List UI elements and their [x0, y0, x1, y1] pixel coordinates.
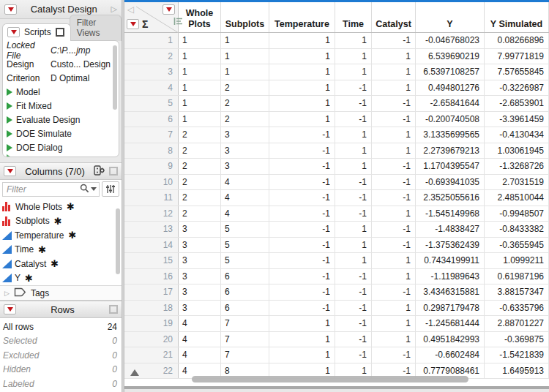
table-cell[interactable]: -1.245681444 — [416, 316, 485, 331]
table-cell[interactable]: 6 — [221, 284, 269, 300]
table-cell[interactable]: 1 — [269, 64, 335, 80]
table-cell[interactable]: -3.3961459 — [485, 112, 549, 127]
table-cell[interactable]: 2.48510044 — [485, 190, 549, 206]
table-cell[interactable]: 1 — [179, 49, 221, 64]
row-number[interactable]: 17 — [124, 284, 179, 300]
table-cell[interactable]: 5 — [221, 238, 269, 253]
table-cell[interactable]: -1 — [335, 347, 372, 363]
script-item[interactable]: DOE Dialog — [7, 140, 111, 154]
row-number[interactable]: 11 — [124, 190, 179, 206]
table-cell[interactable]: -1 — [269, 159, 335, 174]
table-cell[interactable]: 3 — [179, 222, 221, 237]
scripts-checkbox[interactable] — [56, 28, 64, 37]
row-number[interactable]: 12 — [124, 206, 179, 222]
table-cell[interactable]: -1 — [269, 238, 335, 253]
table-cell[interactable]: 0.494801276 — [416, 80, 485, 96]
table-cell[interactable]: -1 — [269, 175, 335, 190]
table-cell[interactable]: 1 — [335, 127, 372, 143]
columns-panel-toggle[interactable] — [109, 167, 118, 176]
table-cell[interactable]: 1 — [372, 80, 416, 96]
script-property-row[interactable]: Locked FileC:\P....jmp — [7, 43, 111, 57]
column-header[interactable]: Whole Plots — [179, 2, 221, 32]
table-cell[interactable]: 1 — [269, 33, 335, 48]
table-cell[interactable]: 3 — [221, 127, 269, 143]
table-cell[interactable]: 0.4951842993 — [416, 332, 485, 347]
table-cell[interactable]: 7 — [221, 332, 269, 347]
table-cell[interactable]: -1 — [335, 332, 372, 347]
table-cell[interactable]: 2 — [221, 96, 269, 111]
table-cell[interactable]: 3 — [179, 284, 221, 300]
row-number[interactable]: 10 — [124, 175, 179, 190]
table-cell[interactable]: 3 — [179, 253, 221, 268]
column-list-item[interactable]: Catalyst✱ — [2, 257, 114, 271]
column-list-item[interactable]: Y✱ — [2, 271, 114, 286]
row-number[interactable]: 1 — [124, 33, 179, 48]
row-number[interactable]: 6 — [124, 112, 179, 127]
table-cell[interactable]: 4 — [179, 347, 221, 363]
column-header[interactable]: Y — [416, 2, 485, 32]
table-cell[interactable]: 1 — [372, 127, 416, 143]
table-cell[interactable]: 7 — [221, 347, 269, 363]
table-cell[interactable]: -1 — [269, 190, 335, 206]
row-stat[interactable]: Selected0 — [3, 334, 117, 349]
table-cell[interactable]: 6 — [221, 269, 269, 284]
table-cell[interactable]: -1.545149968 — [416, 206, 485, 222]
column-list-item[interactable]: Temperature✱ — [2, 228, 114, 243]
table-cell[interactable]: 1 — [335, 222, 372, 237]
row-number[interactable]: 16 — [124, 269, 179, 284]
table-cell[interactable]: 6.5397108257 — [416, 64, 485, 80]
table-cell[interactable]: -0.046768023 — [416, 33, 485, 48]
table-cell[interactable]: -1.3268726 — [485, 159, 549, 174]
table-cell[interactable]: 2 — [221, 112, 269, 127]
column-list-item[interactable]: Subplots✱ — [2, 214, 114, 229]
column-settings-icon[interactable] — [94, 165, 105, 178]
table-cell[interactable]: 2.2739679213 — [416, 143, 485, 159]
table-cell[interactable]: 1 — [269, 112, 335, 127]
table-cell[interactable]: -1 — [372, 112, 416, 127]
table-cell[interactable]: 1 — [179, 64, 221, 80]
table-cell[interactable]: 2 — [179, 206, 221, 222]
table-cell[interactable]: 1 — [269, 49, 335, 64]
table-cell[interactable]: 1 — [221, 33, 269, 48]
summation-icon[interactable]: Σ — [142, 18, 148, 30]
table-cell[interactable]: 1 — [221, 64, 269, 80]
table-cell[interactable]: 1 — [221, 49, 269, 64]
table-cell[interactable]: 3 — [179, 238, 221, 253]
table-cell[interactable]: -1 — [269, 206, 335, 222]
table-cell[interactable]: -1 — [335, 316, 372, 331]
columns-corner-menu-button[interactable] — [163, 4, 175, 15]
tab-scripts[interactable]: Scripts — [2, 23, 71, 41]
table-cell[interactable]: 7 — [221, 316, 269, 331]
table-cell[interactable]: -1 — [372, 347, 416, 363]
table-cell[interactable]: -0.693941035 — [416, 175, 485, 190]
table-cell[interactable]: -0.9948507 — [485, 206, 549, 222]
column-filter-settings-button[interactable] — [102, 181, 119, 197]
table-cell[interactable]: 3 — [179, 269, 221, 284]
table-cell[interactable]: 1 — [269, 316, 335, 331]
row-stat[interactable]: Excluded0 — [3, 348, 117, 363]
row-number[interactable]: 2 — [124, 49, 179, 64]
table-cell[interactable]: 1 — [179, 33, 221, 48]
table-cell[interactable]: -1.375362439 — [416, 238, 485, 253]
table-cell[interactable]: 1 — [179, 112, 221, 127]
table-cell[interactable]: 4 — [179, 316, 221, 331]
row-number[interactable]: 7 — [124, 127, 179, 143]
column-list-item[interactable]: Time✱ — [2, 243, 114, 257]
table-cell[interactable]: 6 — [221, 301, 269, 316]
rows-corner-menu-button[interactable] — [127, 19, 139, 29]
table-cell[interactable]: -1 — [335, 112, 372, 127]
table-cell[interactable]: 1.03061945 — [485, 143, 549, 159]
table-cell[interactable]: 3 — [221, 143, 269, 159]
row-number[interactable]: 14 — [124, 238, 179, 253]
columns-menu-button[interactable] — [4, 166, 16, 176]
table-cell[interactable]: -1.4838427 — [416, 222, 485, 237]
table-cell[interactable]: 3 — [221, 159, 269, 174]
table-cell[interactable]: 5 — [221, 222, 269, 237]
table-cell[interactable]: 2 — [179, 127, 221, 143]
table-cell[interactable]: 1 — [335, 49, 372, 64]
table-cell[interactable]: -1 — [335, 80, 372, 96]
table-cell[interactable]: 0.2987179478 — [416, 301, 485, 316]
table-cell[interactable]: -1 — [372, 190, 416, 206]
tags-row[interactable]: ▷ Tags — [0, 285, 122, 301]
table-cell[interactable]: -1 — [269, 143, 335, 159]
